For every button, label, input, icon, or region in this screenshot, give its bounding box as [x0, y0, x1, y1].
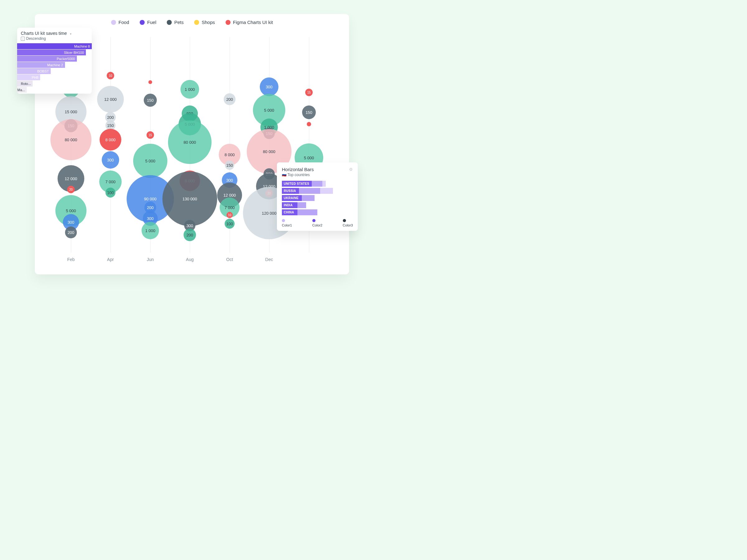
x-axis-label: Oct	[226, 257, 233, 262]
right-panel-card: Horizontal Bars ⚙ 🇷🇺 Top countries UNITE…	[277, 162, 358, 231]
x-axis-label: Jun	[147, 257, 154, 262]
legend-item-figma-charts-ui-kit[interactable]: Figma Charts UI kit	[226, 20, 273, 25]
bubble[interactable]: 300	[102, 151, 119, 169]
bar-segment	[298, 202, 306, 208]
right-panel-title-row: Horizontal Bars ⚙	[282, 167, 353, 172]
bar-segment	[312, 181, 322, 187]
legend: FoodFuelPetsShopsFigma Charts UI kit	[35, 20, 349, 25]
legend-label: Shops	[202, 20, 215, 25]
legend-item-pets[interactable]: Pets	[167, 20, 184, 25]
machine-bar-label: Ma...	[18, 87, 27, 93]
legend-item-fuel[interactable]: Fuel	[140, 20, 156, 25]
country-label: UKRAINE	[284, 195, 299, 201]
machine-bar-row[interactable]: BOBST	[17, 68, 92, 74]
country-bar-row[interactable]: UNITED STATES	[282, 181, 353, 187]
legend-swatch	[194, 20, 199, 25]
machine-bar-label: Packer5000	[57, 56, 77, 61]
bubble[interactable]: 200	[65, 227, 77, 238]
machine-bar-label: Roto...	[21, 81, 33, 86]
machine-bar-row[interactable]: PH8	[17, 74, 92, 80]
bubble[interactable]: 80 000	[50, 119, 92, 160]
country-bars: UNITED STATESRUSSIAUKRAINEINDIACHINA	[282, 181, 353, 215]
mini-legend-item: Color2	[312, 219, 322, 227]
bar-segment	[322, 181, 326, 187]
gear-icon[interactable]: ⚙	[349, 167, 353, 172]
bubble[interactable]: 150	[144, 94, 157, 107]
machine-bar-row[interactable]: Machine 8	[17, 43, 92, 49]
bubble[interactable]: 200	[224, 93, 235, 105]
machine-bar-row[interactable]: Machine 2	[17, 62, 92, 68]
bar-segment	[320, 188, 333, 194]
bubble[interactable]: 80 000	[168, 120, 211, 164]
legend-swatch	[167, 20, 172, 25]
machine-bar-row[interactable]: Slicer BH100	[17, 49, 92, 55]
legend-label: Fuel	[147, 20, 156, 25]
x-axis-label: Feb	[67, 257, 75, 262]
bubble[interactable]	[148, 80, 152, 84]
country-bar-row[interactable]: INDIA	[282, 202, 353, 208]
country-label: RUSSIA	[284, 188, 296, 194]
sort-indicator[interactable]: ↓ Descending	[17, 36, 92, 43]
chevron-down-icon: ▾	[70, 32, 72, 35]
bubble[interactable]: 1 000	[141, 222, 159, 239]
country-label: INDIA	[284, 202, 293, 208]
legend-label: Food	[119, 20, 129, 25]
machine-bar-label: Slicer BH100	[64, 49, 86, 55]
bubble[interactable]: 15	[305, 89, 313, 96]
country-bar-row[interactable]: UKRAINE	[282, 195, 353, 201]
right-panel-title: Horizontal Bars	[282, 167, 314, 172]
country-bar-row[interactable]: RUSSIA	[282, 188, 353, 194]
mini-legend-swatch	[282, 219, 285, 222]
machine-bars: Machine 8 Slicer BH100 Packer5000 Machin…	[17, 43, 92, 93]
country-label: UNITED STATES	[284, 181, 309, 187]
legend-item-shops[interactable]: Shops	[194, 20, 215, 25]
bubble[interactable]: 150	[225, 160, 234, 170]
machine-bar-row[interactable]: Packer5000	[17, 56, 92, 61]
mini-legend: Color1Color2Color3	[282, 219, 353, 227]
left-panel-card: Charts UI kit saves time ▾ ↓ Descending …	[17, 28, 92, 94]
bubble[interactable]: 1 000	[180, 80, 199, 99]
bubble[interactable]: 8 000	[100, 129, 121, 151]
bubble[interactable]: 10	[107, 72, 114, 79]
bubble[interactable]: 100	[105, 187, 115, 198]
bar-segment	[302, 195, 314, 201]
legend-label: Pets	[174, 20, 184, 25]
bar-segment	[299, 188, 320, 194]
bubble[interactable]: 130 000	[162, 172, 217, 226]
bubble[interactable]: 10	[227, 212, 233, 218]
left-panel-title[interactable]: Charts UI kit saves time ▾	[17, 31, 92, 36]
mini-legend-label: Color2	[312, 223, 322, 227]
mini-legend-item: Color3	[343, 219, 353, 227]
country-bar-row[interactable]: CHINA	[282, 209, 353, 215]
country-label: CHINA	[284, 209, 294, 215]
legend-swatch	[140, 20, 145, 25]
bubble[interactable]: 15	[147, 131, 154, 139]
machine-bar-label: PH8	[32, 74, 40, 80]
bubble[interactable]: 20	[67, 186, 75, 193]
machine-bar-row[interactable]: Ma...	[17, 87, 92, 93]
legend-swatch	[111, 20, 116, 25]
bubble[interactable]: 12 000	[97, 86, 124, 112]
bubble[interactable]: 200	[184, 229, 196, 241]
bubble[interactable]: 150	[302, 105, 316, 119]
legend-swatch	[226, 20, 231, 25]
machine-bar-row[interactable]: Roto...	[17, 81, 92, 86]
arrow-down-icon: ↓	[21, 37, 25, 41]
sort-label: Descending	[26, 36, 46, 41]
mini-legend-label: Color1	[282, 223, 292, 227]
x-axis-label: Apr	[107, 257, 114, 262]
machine-bar-label: Machine 8	[74, 43, 92, 49]
legend-item-food[interactable]: Food	[111, 20, 129, 25]
x-axis-label: Aug	[186, 257, 194, 262]
left-panel-title-text: Charts UI kit saves time	[21, 31, 67, 36]
bubble[interactable]	[307, 122, 311, 126]
mini-legend-item: Color1	[282, 219, 292, 227]
mini-legend-swatch	[312, 219, 315, 222]
bubble[interactable]: 100	[225, 219, 235, 229]
legend-label: Figma Charts UI kit	[233, 20, 273, 25]
mini-legend-label: Color3	[343, 223, 353, 227]
machine-bar-label: BOBST	[37, 68, 51, 74]
bubble[interactable]: 300	[260, 77, 279, 96]
right-panel-subtitle: 🇷🇺 Top countries	[282, 173, 353, 177]
bubble[interactable]: 5 000	[133, 144, 168, 178]
